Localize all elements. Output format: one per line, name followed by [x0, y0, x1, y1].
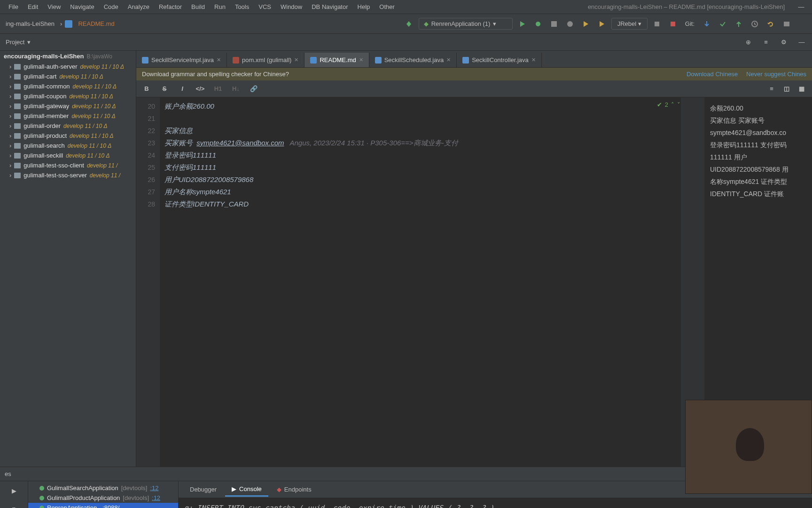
inspection-widget[interactable]: ✔ 2 ˄ ˅ — [657, 101, 680, 108]
locate-file-icon[interactable]: ⊕ — [742, 36, 755, 49]
tree-item-gulimall-seckill[interactable]: ›gulimall-seckill develop 11 / 10 Δ — [0, 151, 136, 160]
stop-all-button[interactable] — [666, 17, 679, 31]
service-meta: [devtools] — [123, 494, 149, 501]
branch-info: develop 11 / 10 Δ — [80, 64, 124, 70]
code-button[interactable]: </> — [195, 83, 206, 95]
menu-help[interactable]: Help — [353, 1, 375, 12]
tree-item-gulimall-test-sso-server[interactable]: ›gulimall-test-sso-server develop 11 / — [0, 170, 136, 180]
close-tab-icon[interactable]: ✕ — [294, 57, 298, 63]
tree-item-gulimall-product[interactable]: ›gulimall-product develop 11 / 10 Δ — [0, 131, 136, 141]
stop-service-icon[interactable]: ■ — [8, 502, 21, 508]
menu-tools[interactable]: Tools — [230, 1, 254, 12]
jrebel-dropdown[interactable]: JRebel ▾ — [611, 18, 648, 30]
hide-panel-icon[interactable]: — — [795, 36, 808, 49]
branch-info: develop 11 / 10 Δ — [59, 73, 103, 80]
editor-tab[interactable]: SeckillServiceImpl.java✕ — [136, 53, 227, 67]
service-item[interactable]: GulimallProductApplication [devtools] :1… — [28, 493, 178, 503]
service-port[interactable]: :12 — [150, 484, 158, 492]
settings-gear-icon[interactable]: ⚙ — [777, 36, 790, 49]
close-tab-icon[interactable]: ✕ — [531, 57, 536, 63]
tree-item-gulimall-member[interactable]: ›gulimall-member develop 11 / 10 Δ — [0, 111, 136, 121]
menu-run[interactable]: Run — [210, 1, 230, 12]
tree-item-gulimall-cart[interactable]: ›gulimall-cart develop 11 / 10 Δ — [0, 71, 136, 81]
minimize-button[interactable]: — — [794, 3, 808, 10]
next-highlight-icon[interactable]: ˅ — [677, 101, 680, 108]
code-content[interactable]: 账户余额260.00 买家信息 买家账号 sympte4621@sandbox.… — [160, 97, 680, 467]
code-pane[interactable]: 202122232425262728 账户余额260.00 买家信息 买家账号 … — [136, 97, 704, 467]
close-tab-icon[interactable]: ✕ — [359, 57, 363, 63]
vcs-push-button[interactable] — [732, 17, 745, 31]
ide-settings-icon[interactable] — [780, 17, 793, 31]
tree-item-gulimall-common[interactable]: ›gulimall-common develop 11 / 10 Δ — [0, 81, 136, 91]
menu-file[interactable]: File — [4, 1, 23, 12]
jrebel-run-icon[interactable] — [579, 17, 593, 31]
tab-debugger[interactable]: Debugger — [183, 483, 223, 496]
h1-button[interactable]: H1 — [212, 83, 224, 95]
tab-label: SeckillServiceImpl.java — [151, 56, 214, 64]
bold-button[interactable]: B — [141, 83, 152, 95]
menu-view[interactable]: View — [43, 1, 65, 12]
run-button[interactable] — [515, 17, 529, 31]
menu-vcs[interactable]: VCS — [254, 1, 276, 12]
menu-window[interactable]: Window — [276, 1, 307, 12]
menu-build[interactable]: Build — [187, 1, 210, 12]
service-item[interactable]: RenrenApplication :8088/ — [28, 503, 178, 508]
close-tab-icon[interactable]: ✕ — [446, 57, 451, 63]
italic-button[interactable]: I — [177, 83, 188, 95]
editor-tab[interactable]: SeckillController.java✕ — [457, 53, 542, 67]
vcs-history-button[interactable] — [748, 17, 761, 31]
tree-item-gulimall-coupon[interactable]: ›gulimall-coupon develop 11 / 10 Δ — [0, 91, 136, 101]
vcs-rollback-button[interactable] — [764, 17, 777, 31]
tree-item-gulimall-gateway[interactable]: ›gulimall-gateway develop 11 / 10 Δ — [0, 101, 136, 111]
run-config-label: RenrenApplication (1) — [431, 20, 491, 27]
preview-line: 余额260.00 — [710, 102, 806, 114]
menu-edit[interactable]: Edit — [23, 1, 43, 12]
split-view-icon[interactable]: ◫ — [781, 83, 792, 95]
breadcrumb-project[interactable]: ing-malls-LeiShen — [3, 19, 57, 28]
project-view-selector[interactable]: Project ▾ — [0, 39, 36, 46]
menu-other[interactable]: Other — [375, 1, 399, 12]
tree-item-gulimall-search[interactable]: ›gulimall-search develop 11 / 10 Δ — [0, 141, 136, 151]
debug-button[interactable] — [531, 17, 545, 31]
prev-highlight-icon[interactable]: ˄ — [671, 101, 674, 108]
stop-button[interactable] — [650, 17, 664, 31]
vcs-update-button[interactable] — [700, 17, 713, 31]
search-everywhere-icon[interactable] — [796, 17, 809, 31]
tab-console[interactable]: ▶ Console — [225, 483, 268, 497]
tree-item-gulimall-test-sso-client[interactable]: ›gulimall-test-sso-client develop 11 / — [0, 160, 136, 170]
h2-button[interactable]: H↓ — [230, 83, 242, 95]
tree-item-gulimall-auth-server[interactable]: ›gulimall-auth-server develop 11 / 10 Δ — [0, 62, 136, 71]
vcs-commit-button[interactable] — [716, 17, 729, 31]
menu-dbnav[interactable]: DB Navigator — [307, 1, 352, 12]
menu-analyze[interactable]: Analyze — [123, 1, 154, 12]
breadcrumb-file[interactable]: README.md — [75, 19, 117, 28]
jrebel-debug-icon[interactable] — [595, 17, 609, 31]
banner-download-link[interactable]: Download Chinese — [687, 71, 738, 78]
breadcrumb: ing-malls-LeiShen › README.md — [3, 19, 117, 28]
close-tab-icon[interactable]: ✕ — [217, 57, 221, 63]
coverage-button[interactable] — [547, 17, 561, 31]
editor-tab[interactable]: pom.xml (gulimall)✕ — [227, 53, 304, 67]
profile-button[interactable] — [563, 17, 577, 31]
service-item[interactable]: GulimallSearchApplication [devtools] :12 — [28, 483, 178, 493]
tree-item-gulimall-order[interactable]: ›gulimall-order develop 11 / 10 Δ — [0, 121, 136, 131]
editor-only-view-icon[interactable]: ≡ — [766, 83, 777, 95]
tab-endpoints[interactable]: ◆ Endpoints — [270, 483, 318, 496]
editor-tab[interactable]: README.md✕ — [304, 53, 369, 67]
menu-navigate[interactable]: Navigate — [65, 1, 99, 12]
run-config-selector[interactable]: ◆ RenrenApplication (1) ▾ — [419, 18, 513, 30]
run-service-icon[interactable]: ▶ — [8, 484, 21, 497]
service-port[interactable]: :12 — [152, 494, 160, 501]
preview-only-view-icon[interactable]: ▦ — [796, 83, 807, 95]
menu-refactor[interactable]: Refactor — [154, 1, 187, 12]
editor-tab[interactable]: SeckillScheduled.java✕ — [369, 53, 457, 67]
console-output[interactable]: g: INSERT INTO sys_captcha ( uuid, code,… — [179, 498, 812, 508]
project-root[interactable]: encouraging-malls-LeiShen B:\javaWo — [0, 51, 136, 62]
banner-never-link[interactable]: Never suggest Chines — [746, 71, 806, 78]
link-button[interactable]: 🔗 — [248, 83, 259, 95]
service-port[interactable]: :8088/ — [102, 504, 119, 508]
strikethrough-button[interactable]: S̶ — [159, 83, 170, 95]
build-hammer-icon[interactable] — [403, 17, 416, 31]
expand-all-icon[interactable]: ≡ — [759, 36, 773, 49]
menu-code[interactable]: Code — [99, 1, 123, 12]
